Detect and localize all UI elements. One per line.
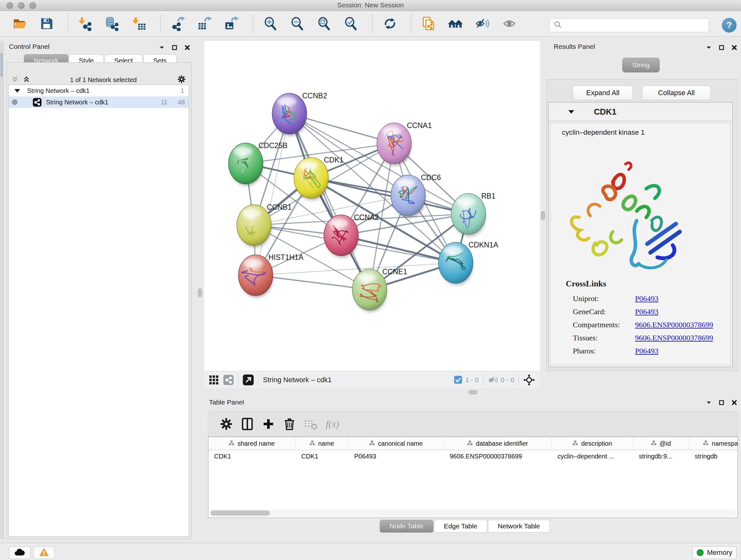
scrollbar-thumb[interactable]	[211, 510, 270, 516]
tab-edge-table[interactable]: Edge Table	[434, 520, 487, 533]
protein-expand-icon[interactable]	[568, 110, 574, 114]
center-view-icon[interactable]	[523, 374, 535, 386]
string-home-icon[interactable]	[447, 15, 465, 32]
float-panel-icon[interactable]	[719, 400, 724, 406]
splitter-handle[interactable]	[198, 288, 202, 297]
crosslink-value-link[interactable]: 9606.ENSP00000378699	[635, 320, 713, 329]
zoom-out-icon[interactable]	[288, 15, 307, 32]
hide-unhide-icon[interactable]	[474, 15, 491, 32]
toolbar-separator	[253, 15, 253, 33]
search-input[interactable]	[564, 21, 709, 29]
add-column-icon[interactable]	[261, 416, 276, 432]
network-node-cdk1[interactable]	[294, 158, 328, 200]
table-row[interactable]: CDK1CDK1P064939606.ENSP00000378699cyclin…	[208, 450, 738, 462]
memory-button[interactable]: Memory	[692, 546, 737, 559]
close-panel-icon[interactable]	[731, 400, 737, 406]
network-edge-count: 48	[167, 99, 185, 106]
string-copy-icon[interactable]	[420, 15, 438, 32]
network-node-cdkn1a[interactable]	[439, 242, 473, 285]
network-node-ccne1[interactable]	[352, 269, 387, 312]
birdseye-view-icon[interactable]	[243, 374, 254, 385]
crosslink-value-link[interactable]: P06493	[635, 294, 658, 303]
show-eye-icon[interactable]	[500, 15, 518, 32]
zoom-fit-icon[interactable]	[315, 15, 333, 32]
cell[interactable]: stringdb:9...	[633, 450, 689, 462]
network-view[interactable]: CCNB2CCNA1CDC25BCDK1CDC6RB1CCNB1CCNA2CDK…	[204, 41, 540, 388]
cell[interactable]: stringdb	[689, 450, 738, 462]
close-panel-icon[interactable]	[185, 45, 190, 51]
collapse-panel-icon[interactable]	[159, 45, 165, 51]
cell[interactable]: 9606.ENSP00000378699	[444, 450, 552, 462]
tab-string[interactable]: String	[622, 58, 660, 72]
expand-all-button[interactable]: Expand All	[573, 85, 633, 100]
column-header-shared-name[interactable]: shared name	[208, 437, 295, 450]
table-horizontal-scrollbar[interactable]	[209, 509, 736, 516]
column-header-database-identifier[interactable]: database identifier	[444, 437, 552, 450]
cell[interactable]: cyclin–dependent ...	[552, 450, 633, 462]
save-session-icon[interactable]	[38, 15, 56, 32]
protein-card-header[interactable]: CDK1	[549, 103, 732, 121]
export-image-icon[interactable]	[223, 15, 241, 32]
delete-column-icon[interactable]	[282, 416, 297, 432]
column-header-label: canonical name	[378, 440, 422, 447]
collapse-all-button[interactable]: Collapse All	[642, 85, 711, 100]
export-network-icon[interactable]	[169, 15, 187, 32]
open-file-icon[interactable]	[11, 15, 29, 32]
network-edge[interactable]	[289, 114, 369, 290]
column-header-name[interactable]: name	[295, 437, 348, 450]
collapse-all-networks-icon[interactable]	[11, 76, 18, 84]
grid-view-icon[interactable]	[209, 375, 219, 385]
network-collection-row[interactable]: String Network – cdk1 1	[9, 85, 189, 97]
network-node-ccna1[interactable]	[377, 123, 411, 166]
refresh-layout-icon[interactable]	[381, 15, 399, 32]
collection-expand-icon[interactable]	[14, 89, 20, 92]
tab-network-table[interactable]: Network Table	[488, 520, 550, 533]
cell[interactable]: P06493	[348, 450, 444, 462]
toolbar-icons	[11, 15, 527, 33]
network-node-cdc25b[interactable]	[228, 143, 263, 186]
help-button[interactable]: ?	[722, 18, 737, 33]
column-header--id[interactable]: @id	[633, 437, 689, 450]
network-node-ccnb1[interactable]	[237, 205, 271, 247]
network-options-gear-icon[interactable]	[177, 74, 186, 85]
float-panel-icon[interactable]	[719, 45, 724, 51]
warnings-button[interactable]	[33, 546, 55, 559]
network-node-ccnb2[interactable]	[272, 93, 307, 136]
float-panel-icon[interactable]	[172, 45, 178, 51]
import-network-database-icon[interactable]	[104, 15, 121, 32]
network-graph[interactable]: CCNB2CCNA1CDC25BCDK1CDC6RB1CCNB1CCNA2CDK…	[204, 41, 540, 371]
column-type-icon	[703, 440, 709, 447]
share-view-icon[interactable]	[223, 375, 233, 385]
cloud-status-button[interactable]	[9, 546, 30, 559]
column-header-description[interactable]: description	[552, 437, 633, 450]
network-row-selected[interactable]: String Network – cdk1 11 48	[9, 97, 189, 108]
network-edge[interactable]	[256, 114, 289, 275]
import-table-icon[interactable]	[130, 15, 148, 32]
crosslink-value-link[interactable]: P06493	[635, 307, 658, 316]
zoom-in-icon[interactable]	[262, 15, 280, 32]
cell[interactable]: CDK1	[208, 450, 295, 462]
zoom-selected-icon[interactable]	[342, 15, 360, 32]
hidden-eye-icon[interactable]	[488, 375, 498, 385]
column-header-namespace[interactable]: namespace	[689, 437, 738, 450]
export-table-icon[interactable]	[196, 15, 214, 32]
import-network-file-icon[interactable]	[77, 15, 94, 32]
collapse-panel-icon[interactable]	[706, 45, 712, 51]
selected-checkbox-icon[interactable]	[454, 376, 462, 384]
network-node-hist1h1a[interactable]	[239, 255, 273, 298]
network-node-ccna2[interactable]	[324, 215, 358, 258]
network-node-cdc6[interactable]	[391, 175, 425, 218]
show-columns-icon[interactable]	[240, 416, 255, 432]
cell[interactable]: CDK1	[295, 450, 348, 462]
crosslink-value-link[interactable]: 9606.ENSP00000378699	[635, 334, 713, 342]
close-panel-icon[interactable]	[731, 45, 737, 51]
collapse-panel-icon[interactable]	[706, 400, 712, 406]
crosslink-value-link[interactable]: P06493	[635, 347, 658, 355]
splitter-handle[interactable]	[468, 390, 477, 394]
tab-node-table[interactable]: Node Table	[380, 520, 433, 533]
splitter-handle[interactable]	[541, 211, 545, 220]
expand-all-networks-icon[interactable]	[23, 76, 30, 84]
network-node-rb1[interactable]	[451, 193, 486, 236]
table-settings-gear-icon[interactable]	[219, 416, 234, 432]
column-header-canonical-name[interactable]: canonical name	[348, 437, 444, 450]
